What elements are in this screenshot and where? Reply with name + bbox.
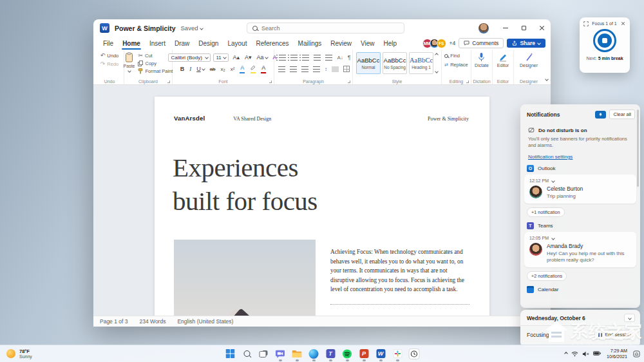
text-effects-button[interactable]: A bbox=[238, 65, 246, 73]
do-not-disturb-toggle[interactable] bbox=[595, 111, 606, 119]
battery-icon[interactable] bbox=[593, 351, 601, 356]
subscript-button[interactable]: x₂ bbox=[220, 66, 227, 72]
notification-settings-link[interactable]: Notification settings bbox=[528, 154, 573, 160]
multilevel-list-icon[interactable] bbox=[302, 55, 309, 61]
notification-card-teams[interactable]: 12:05 PM Amanda Brady Hey! Can you help … bbox=[524, 232, 636, 267]
font-size-select[interactable]: 11 bbox=[213, 53, 229, 62]
clock-datetime[interactable]: 7:29 AM 10/6/2021 bbox=[607, 348, 627, 359]
tab-help[interactable]: Help bbox=[379, 37, 402, 50]
page-indicator[interactable]: Page 1 of 3 bbox=[100, 318, 128, 325]
font-name-select[interactable]: Calibri (Body) bbox=[168, 53, 211, 62]
bold-button[interactable]: B bbox=[179, 66, 186, 72]
style-normal[interactable]: AaBbCcNormal bbox=[356, 52, 381, 74]
scrollbar[interactable] bbox=[637, 110, 639, 187]
taskbar-icon-word[interactable]: W bbox=[374, 346, 388, 362]
highlight-button[interactable] bbox=[249, 65, 257, 73]
teams-more-notifications-badge[interactable]: +2 notifications bbox=[527, 271, 567, 281]
end-session-button[interactable]: End session bbox=[594, 330, 635, 339]
word-count[interactable]: 234 Words bbox=[139, 318, 166, 325]
stop-button[interactable] bbox=[598, 33, 612, 48]
outlook-section-header[interactable]: O Outlook bbox=[520, 161, 640, 175]
tab-references[interactable]: References bbox=[251, 37, 293, 50]
taskbar-icon-search[interactable] bbox=[240, 346, 254, 362]
editing-dialog-launcher[interactable] bbox=[466, 81, 469, 83]
superscript-button[interactable]: x² bbox=[229, 66, 236, 72]
find-button[interactable]: Find bbox=[444, 52, 460, 59]
tab-file[interactable]: File bbox=[99, 37, 118, 50]
justify-icon[interactable] bbox=[313, 66, 320, 72]
cut-button[interactable]: ✂Cut bbox=[138, 52, 152, 59]
tab-home[interactable]: Home bbox=[118, 37, 145, 50]
paste-button[interactable]: Paste bbox=[124, 52, 135, 72]
taskbar-icon-file-explorer[interactable] bbox=[290, 346, 304, 362]
teams-section-header[interactable]: T Teams bbox=[520, 221, 640, 232]
weather-widget[interactable]: 78°F Sunny bbox=[6, 345, 32, 362]
align-right-icon[interactable] bbox=[301, 66, 308, 72]
strikethrough-button[interactable]: ab bbox=[209, 66, 217, 72]
increase-indent-icon[interactable] bbox=[325, 55, 332, 61]
font-dialog-launcher[interactable] bbox=[269, 81, 272, 83]
tab-design[interactable]: Design bbox=[194, 37, 223, 50]
taskbar-icon-chat[interactable] bbox=[274, 346, 287, 362]
volume-muted-icon[interactable] bbox=[582, 351, 589, 357]
maximize-button[interactable] bbox=[515, 19, 533, 37]
collapse-ribbon-icon[interactable] bbox=[545, 77, 549, 81]
outlook-more-notifications-badge[interactable]: +1 notification bbox=[527, 207, 565, 217]
hidden-icons-chevron[interactable] bbox=[564, 352, 568, 356]
user-avatar[interactable] bbox=[478, 23, 489, 33]
style-no-spacing[interactable]: AaBbCcNo Spacing bbox=[383, 52, 407, 74]
style-gallery-down-icon[interactable] bbox=[435, 70, 439, 73]
expand-icon[interactable] bbox=[583, 21, 589, 26]
style-heading-1[interactable]: AaBbCcHeading 1 bbox=[409, 52, 433, 74]
document-page[interactable]: VanArsdel VA Shared Design Power & Simpl… bbox=[155, 97, 489, 316]
decrease-indent-icon[interactable] bbox=[314, 55, 321, 61]
replace-button[interactable]: ⇄Replace bbox=[444, 61, 468, 68]
taskbar-icon-start[interactable] bbox=[223, 346, 237, 362]
wifi-icon[interactable] bbox=[571, 351, 578, 357]
grow-font-button[interactable]: A▴ bbox=[231, 54, 241, 61]
taskbar-icon-task-view[interactable] bbox=[257, 346, 270, 362]
collaborator-avatar-fs[interactable]: FS bbox=[437, 39, 446, 48]
close-button[interactable] bbox=[533, 19, 551, 37]
share-button[interactable]: Share bbox=[507, 39, 545, 48]
borders-icon[interactable] bbox=[343, 66, 350, 72]
taskbar-icon-teams[interactable]: T bbox=[324, 346, 337, 362]
undo-button[interactable]: ↶Undo bbox=[100, 52, 118, 59]
language-indicator[interactable]: English (United States) bbox=[177, 318, 233, 325]
line-spacing-icon[interactable]: ↕ bbox=[325, 66, 327, 72]
paragraph-dialog-launcher[interactable] bbox=[348, 81, 350, 83]
style-gallery-up-icon[interactable] bbox=[435, 53, 439, 57]
collapse-calendar-button[interactable] bbox=[624, 314, 635, 322]
collaborator-overflow[interactable]: +4 bbox=[450, 40, 456, 46]
tab-insert[interactable]: Insert bbox=[145, 37, 170, 50]
save-status[interactable]: Saved bbox=[181, 24, 204, 32]
calendar-section-header[interactable]: Calendar bbox=[520, 285, 640, 296]
minimize-button[interactable] bbox=[497, 19, 515, 37]
notification-bell-icon[interactable] bbox=[633, 350, 640, 357]
comments-button[interactable]: Comments bbox=[459, 38, 504, 48]
tab-view[interactable]: View bbox=[356, 37, 379, 50]
font-color-button[interactable]: A bbox=[260, 65, 267, 73]
taskbar-icon-clock[interactable] bbox=[408, 346, 421, 362]
align-center-icon[interactable] bbox=[290, 66, 297, 72]
pilcrow-icon[interactable]: ¶ bbox=[348, 54, 351, 61]
dictate-button[interactable]: Dictate bbox=[475, 52, 489, 69]
align-left-icon[interactable] bbox=[278, 66, 285, 72]
taskbar-icon-edge[interactable] bbox=[307, 346, 321, 362]
word-app-icon[interactable]: W bbox=[100, 23, 109, 33]
sort-icon[interactable]: A↓ bbox=[337, 55, 343, 61]
notification-card-outlook[interactable]: 12:12 PM Celeste Burton Trip planning bbox=[524, 175, 636, 204]
tab-mailings[interactable]: Mailings bbox=[294, 37, 327, 50]
search-input[interactable] bbox=[261, 25, 377, 32]
clear-all-button[interactable]: Clear all bbox=[609, 110, 635, 119]
numbered-list-icon[interactable] bbox=[290, 55, 298, 61]
shading-icon[interactable] bbox=[332, 66, 339, 72]
clipboard-dialog-launcher[interactable] bbox=[167, 81, 170, 83]
underline-button[interactable]: U bbox=[195, 66, 206, 72]
tab-layout[interactable]: Layout bbox=[223, 37, 251, 50]
bullet-list-icon[interactable] bbox=[279, 55, 286, 61]
taskbar-icon-spotify[interactable] bbox=[341, 346, 354, 362]
tab-draw[interactable]: Draw bbox=[170, 37, 194, 50]
search-box[interactable] bbox=[247, 23, 404, 33]
tab-review[interactable]: Review bbox=[326, 37, 356, 50]
